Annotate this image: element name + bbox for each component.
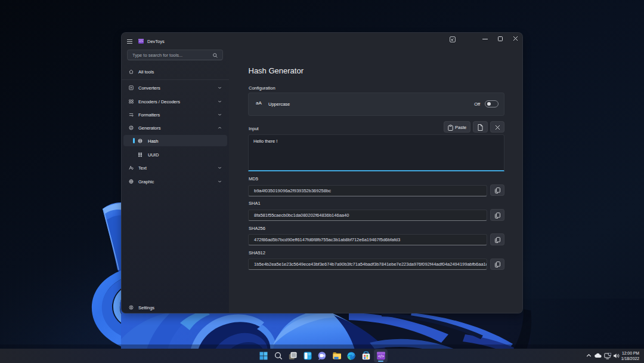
svg-text:</>: </> (378, 354, 384, 358)
svg-text:</>: </> (139, 40, 143, 43)
